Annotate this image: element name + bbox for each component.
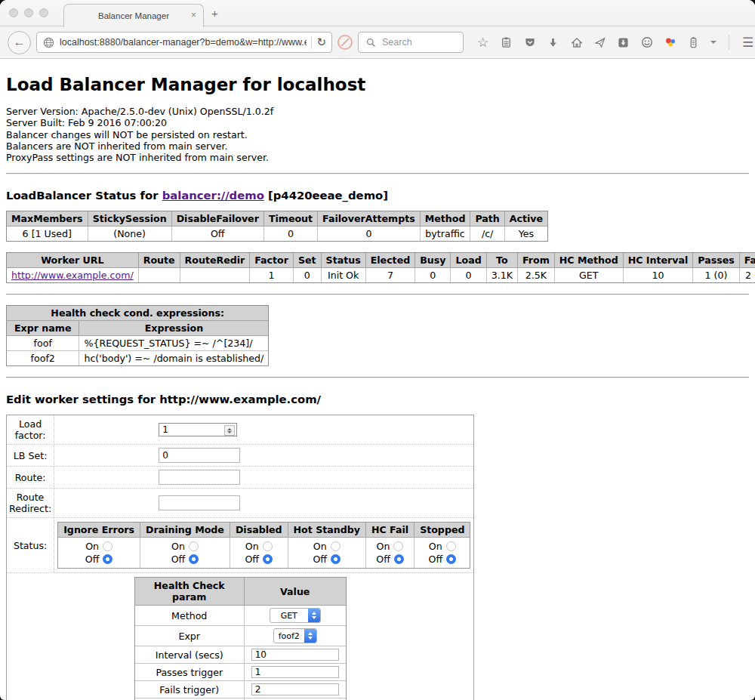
col-path: Path xyxy=(470,211,504,227)
col-timeout: Timeout xyxy=(264,211,318,227)
balancer-heading-prefix: LoadBalancer Status for xyxy=(6,189,162,202)
draining-mode-on-radio[interactable] xyxy=(189,541,199,551)
toolbar-icons: ☆ xyxy=(476,35,755,50)
table-header-row: Expr name Expression xyxy=(7,321,268,336)
bookmark-star-icon[interactable]: ☆ xyxy=(476,36,489,49)
url-bar[interactable]: localhost:8880/balancer-manager?b=demo&w… xyxy=(36,32,332,53)
browser-window: Balancer Manager × + ← localhost:8880/ba… xyxy=(0,0,755,700)
edit-worker-heading: Edit worker settings for http://www.exam… xyxy=(6,393,749,406)
stopped-off-radio[interactable] xyxy=(446,554,456,564)
table-header-row: MaxMembers StickySession DisableFailover… xyxy=(7,211,547,227)
number-spinner[interactable] xyxy=(224,425,235,436)
pocket-icon[interactable] xyxy=(523,36,536,49)
hc-fail-off-radio[interactable] xyxy=(394,554,404,564)
health-check-row: Health Check param Value Method GET xyxy=(7,573,473,700)
col-worker-url: Worker URL xyxy=(7,253,139,268)
url-text[interactable]: localhost:8880/balancer-manager?b=demo&w… xyxy=(60,37,307,48)
hello-smiley-icon[interactable] xyxy=(640,36,653,49)
ignore-errors-off-radio[interactable] xyxy=(103,554,112,564)
hc-fail-on-radio[interactable] xyxy=(393,541,403,551)
route-redirect-row: Route Redirect: xyxy=(7,489,473,518)
hc-expr-select[interactable]: foof2 xyxy=(273,628,317,643)
menu-hamburger-icon[interactable]: ☰ xyxy=(741,36,754,49)
ignore-errors-on-radio[interactable] xyxy=(103,541,112,551)
navigation-toolbar: ← localhost:8880/balancer-manager?b=demo… xyxy=(0,26,755,59)
draining-mode-off-radio[interactable] xyxy=(189,554,199,564)
reading-list-icon[interactable] xyxy=(500,36,513,49)
divider xyxy=(6,294,749,295)
col-active: Active xyxy=(505,211,547,227)
hc-interval-label: Interval (secs) xyxy=(135,646,245,664)
downloads-icon[interactable] xyxy=(547,36,559,49)
hc-fail-radios: On Off xyxy=(366,538,414,568)
col-expression: Expression xyxy=(79,321,268,336)
route-row: Route: xyxy=(7,467,473,489)
col-draining-mode: Draining Mode xyxy=(140,523,230,538)
zoom-window-button[interactable] xyxy=(39,8,48,17)
col-stickysession: StickySession xyxy=(88,211,172,227)
edit-worker-form: Load factor: LB Set: Route: Route Redire… xyxy=(6,415,474,700)
back-button[interactable]: ← xyxy=(8,31,31,54)
server-info: Server Version: Apache/2.5.0-dev (Unix) … xyxy=(6,106,749,163)
route-label: Route: xyxy=(7,467,54,489)
hc-passes-label: Passes trigger xyxy=(135,664,245,681)
disabled-off-radio[interactable] xyxy=(263,554,273,564)
search-placeholder: Search xyxy=(382,37,412,48)
col-failoverattempts: FailoverAttempts xyxy=(318,211,421,227)
expression-row: foof %{REQUEST_STATUS} =~ /^[234]/ xyxy=(7,336,268,351)
stopped-on-radio[interactable] xyxy=(446,541,456,551)
reload-icon[interactable]: ↻ xyxy=(316,35,326,49)
balancer-demo-link[interactable]: balancer://demo xyxy=(162,189,264,202)
col-expr-name: Expr name xyxy=(7,321,79,336)
balancer-status-table: MaxMembers StickySession DisableFailover… xyxy=(6,211,548,242)
hc-passes-input[interactable] xyxy=(251,666,339,678)
hc-interval-input[interactable] xyxy=(251,649,339,661)
save-to-box-icon[interactable] xyxy=(617,36,630,49)
hc-expressions-table: Health check cond. expressions: Expr nam… xyxy=(6,305,269,366)
search-bar[interactable]: Search xyxy=(358,32,464,53)
col-disablefailover: DisableFailover xyxy=(172,211,264,227)
search-icon xyxy=(365,36,378,49)
balancer-heading-suffix: [p4420eeae_demo] xyxy=(264,189,388,202)
close-window-button[interactable] xyxy=(9,8,18,17)
ignore-errors-radios: On Off xyxy=(58,538,140,568)
colored-dots-extension-icon[interactable] xyxy=(664,36,676,49)
server-built-line: Server Built: Feb 9 2016 07:00:20 xyxy=(6,117,749,128)
lb-set-input[interactable] xyxy=(159,448,240,463)
select-arrows-icon xyxy=(304,629,316,643)
stopped-radios: On Off xyxy=(414,538,470,568)
home-icon[interactable] xyxy=(570,36,583,49)
col-hc-fail: HC Fail xyxy=(366,523,414,538)
tab-balancer-manager[interactable]: Balancer Manager × xyxy=(63,4,204,27)
health-check-table: Health Check param Value Method GET xyxy=(134,577,347,700)
worker-url-link[interactable]: http://www.example.com/ xyxy=(11,270,134,281)
table-row: 6 [1 Used] (None) Off 0 0 bytraffic /c/ … xyxy=(7,227,547,241)
new-tab-button[interactable]: + xyxy=(211,7,218,20)
balancer-status-heading: LoadBalancer Status for balancer://demo … xyxy=(6,189,749,202)
hc-method-label: Method xyxy=(135,606,245,626)
battery-extension-icon[interactable] xyxy=(687,36,700,49)
hc-expr-label: Expr xyxy=(135,626,245,646)
route-redirect-label: Route Redirect: xyxy=(7,489,54,518)
minimize-window-button[interactable] xyxy=(24,8,33,17)
back-icon: ← xyxy=(14,35,26,49)
adblock-icon[interactable] xyxy=(337,35,353,50)
disabled-radios: On Off xyxy=(230,538,288,568)
route-input[interactable] xyxy=(159,470,240,485)
inherit-note-line: Balancers are NOT inherited from main se… xyxy=(6,140,749,152)
load-factor-row: Load factor: xyxy=(7,415,473,445)
hot-standby-on-radio[interactable] xyxy=(331,541,341,551)
tab-close-icon[interactable]: × xyxy=(191,10,196,20)
hc-method-select[interactable]: GET xyxy=(270,608,321,623)
divider xyxy=(6,173,749,174)
hot-standby-off-radio[interactable] xyxy=(331,554,341,564)
col-hc-param: Health Check param xyxy=(135,578,245,606)
chevron-down-icon[interactable] xyxy=(710,41,716,44)
lb-set-label: LB Set: xyxy=(7,445,54,467)
send-plane-icon[interactable] xyxy=(593,36,606,49)
status-row: Status: Ignore Errors Draining Mode Disa… xyxy=(7,518,473,573)
route-redirect-input[interactable] xyxy=(159,495,240,510)
table-header-row: Worker URL Route RouteRedir Factor Set S… xyxy=(7,253,755,268)
hc-fails-input[interactable] xyxy=(251,683,339,695)
disabled-on-radio[interactable] xyxy=(263,541,273,551)
